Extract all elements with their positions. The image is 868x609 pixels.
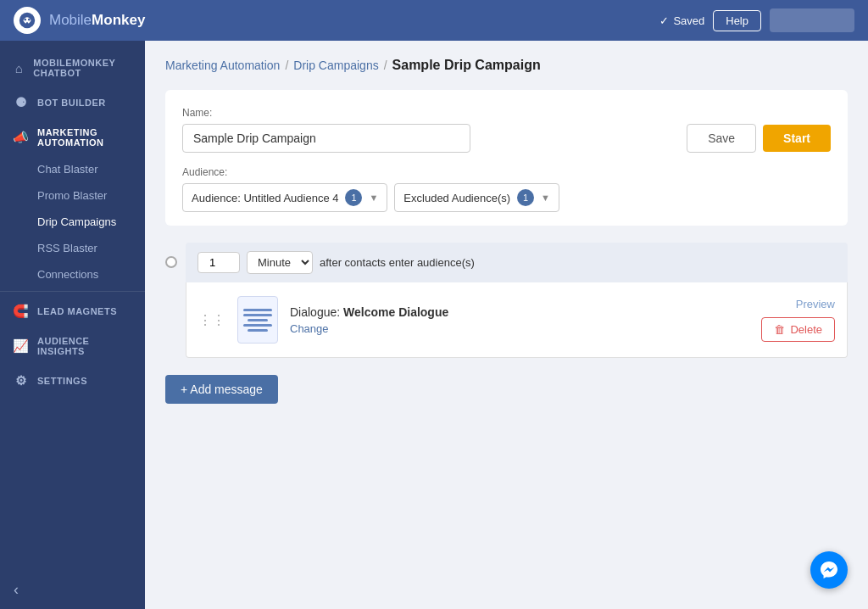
- icon-line-4: [243, 324, 272, 327]
- dialogue-icon: [237, 296, 278, 344]
- sidebar-sub-item-drip-campaigns[interactable]: Drip Campaigns: [0, 209, 145, 235]
- audience-value: Audience: Untitled Audience 4: [192, 192, 338, 204]
- bot-icon: ⚈: [14, 95, 29, 110]
- icon-line-5: [248, 329, 268, 332]
- delete-button[interactable]: 🗑 Delete: [761, 317, 835, 342]
- step-delay-unit-select[interactable]: Minute Hour Day: [247, 251, 313, 274]
- dialogue-label: Dialogue:: [290, 305, 340, 319]
- audience-chevron-icon: ▼: [369, 193, 378, 203]
- svg-point-2: [28, 19, 31, 21]
- dialogue-title: Welcome Dialogue: [343, 305, 448, 319]
- topbar-left: MobileMonkey: [14, 7, 145, 34]
- sidebar-item-lead-magnets[interactable]: 🧲 LEAD MAGNETS: [0, 295, 145, 327]
- campaign-name-input[interactable]: [182, 124, 470, 153]
- step-body-left: ⋮⋮ Dialogue: Welc: [198, 296, 448, 344]
- svg-point-1: [24, 19, 26, 21]
- name-row: Save Start: [182, 124, 831, 153]
- main-layout: ⌂ MOBILEMONKEY CHATBOT ⚈ BOT BUILDER 📣 M…: [0, 41, 868, 609]
- saved-label: Saved: [673, 14, 704, 27]
- sidebar-section-main: ⌂ MOBILEMONKEY CHATBOT ⚈ BOT BUILDER 📣 M…: [0, 41, 145, 405]
- content-area: Marketing Automation / Drip Campaigns / …: [145, 41, 868, 609]
- sidebar: ⌂ MOBILEMONKEY CHATBOT ⚈ BOT BUILDER 📣 M…: [0, 41, 145, 609]
- name-label: Name:: [182, 107, 831, 119]
- audience-row: Audience: Untitled Audience 4 1 ▼ Exclud…: [182, 183, 831, 212]
- step-content: Minute Hour Day after contacts enter aud…: [186, 243, 848, 358]
- breadcrumb-sep-2: /: [384, 59, 387, 72]
- logo-icon: [14, 7, 41, 34]
- action-buttons: Save Start: [687, 124, 831, 153]
- sidebar-item-settings[interactable]: ⚙ SETTINGS: [0, 365, 145, 397]
- step-delay-suffix: after contacts enter audience(s): [320, 256, 475, 269]
- delete-label: Delete: [790, 323, 822, 336]
- trash-icon: 🗑: [774, 323, 785, 336]
- breadcrumb-marketing[interactable]: Marketing Automation: [165, 59, 280, 72]
- sidebar-sub-item-promo-blaster[interactable]: Promo Blaster: [0, 182, 145, 209]
- topbar: MobileMonkey ✓ Saved Help: [0, 0, 868, 41]
- dialogue-name: Dialogue: Welcome Dialogue: [290, 305, 448, 319]
- sidebar-divider-1: [0, 291, 145, 292]
- breadcrumb-sep-1: /: [285, 59, 288, 72]
- excluded-count-badge: 1: [517, 189, 534, 206]
- audience-label: Audience:: [182, 166, 831, 178]
- drip-steps: Minute Hour Day after contacts enter aud…: [165, 243, 848, 358]
- step-body-right: Preview 🗑 Delete: [761, 298, 835, 342]
- chart-icon: 📈: [14, 338, 29, 354]
- drag-handle-icon[interactable]: ⋮⋮: [198, 312, 225, 328]
- step-row: Minute Hour Day after contacts enter aud…: [165, 243, 848, 358]
- magnet-icon: 🧲: [14, 304, 29, 319]
- gear-icon: ⚙: [14, 373, 29, 388]
- audience-count-badge: 1: [345, 189, 362, 206]
- sidebar-sub-item-chat-blaster[interactable]: Chat Blaster: [0, 156, 145, 182]
- step-delay-input[interactable]: [198, 252, 240, 273]
- logo-text: MobileMonkey: [49, 12, 145, 29]
- step-body: ⋮⋮ Dialogue: Welc: [186, 282, 848, 358]
- breadcrumb-current: Sample Drip Campaign: [392, 58, 541, 73]
- sidebar-sub-item-connections[interactable]: Connections: [0, 261, 145, 288]
- breadcrumb-drip[interactable]: Drip Campaigns: [293, 59, 378, 72]
- preview-link[interactable]: Preview: [796, 298, 835, 310]
- sidebar-item-chatbot[interactable]: ⌂ MOBILEMONKEY CHATBOT: [0, 49, 145, 87]
- add-message-button[interactable]: + Add message: [165, 375, 278, 404]
- icon-line-3: [248, 319, 268, 321]
- sidebar-item-marketing-automation[interactable]: 📣 MARKETING AUTOMATION: [0, 119, 145, 156]
- sidebar-sub-item-rss-blaster[interactable]: RSS Blaster: [0, 235, 145, 261]
- excluded-label: Excluded Audience(s): [403, 192, 510, 204]
- checkmark-icon: ✓: [659, 14, 669, 27]
- step-dot: [165, 256, 177, 268]
- help-button[interactable]: Help: [713, 10, 761, 31]
- home-icon: ⌂: [14, 60, 25, 75]
- step-header: Minute Hour Day after contacts enter aud…: [186, 243, 848, 282]
- dialogue-change-link[interactable]: Change: [290, 322, 448, 335]
- topbar-right: ✓ Saved Help: [659, 8, 854, 32]
- breadcrumb: Marketing Automation / Drip Campaigns / …: [165, 58, 848, 73]
- sidebar-collapse-button[interactable]: ‹: [0, 571, 145, 609]
- audience-select[interactable]: Audience: Untitled Audience 4 1 ▼: [182, 183, 387, 212]
- form-section: Name: Save Start Audience: Audience: Unt…: [165, 90, 848, 226]
- start-button[interactable]: Start: [763, 125, 831, 152]
- dialogue-info: Dialogue: Welcome Dialogue Change: [290, 305, 448, 335]
- icon-line-2: [243, 314, 272, 316]
- sidebar-item-audience-insights[interactable]: 📈 AUDIENCE INSIGHTS: [0, 327, 145, 365]
- save-button[interactable]: Save: [687, 124, 756, 153]
- sidebar-item-bot-builder[interactable]: ⚈ BOT BUILDER: [0, 87, 145, 119]
- user-avatar: [770, 8, 854, 32]
- saved-badge: ✓ Saved: [659, 14, 704, 27]
- icon-line-1: [243, 309, 272, 311]
- excluded-audience-select[interactable]: Excluded Audience(s) 1 ▼: [394, 183, 559, 212]
- messenger-fab-button[interactable]: [810, 551, 848, 589]
- excluded-chevron-icon: ▼: [541, 193, 550, 203]
- megaphone-icon: 📣: [14, 130, 29, 145]
